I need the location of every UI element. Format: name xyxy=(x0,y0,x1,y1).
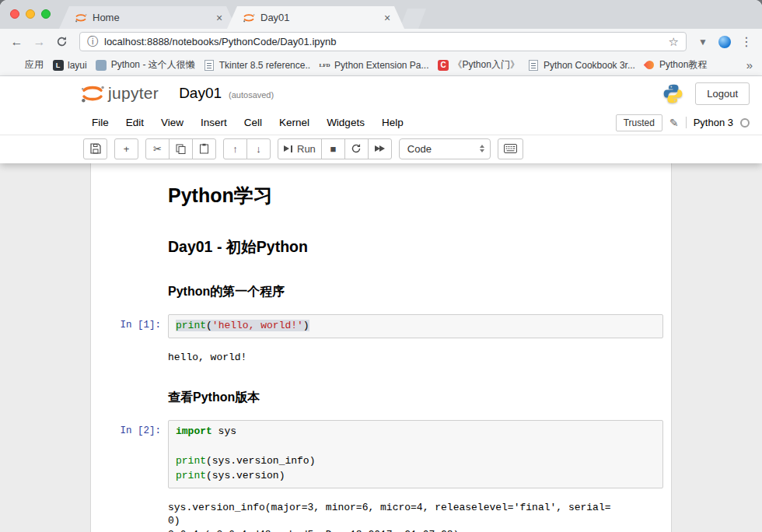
close-tab-icon[interactable]: × xyxy=(213,12,225,24)
paste-cell-button[interactable] xyxy=(192,138,216,159)
bookmark-apps[interactable]: 应用 xyxy=(9,58,44,72)
forward-button[interactable]: → xyxy=(29,31,50,52)
copy-cell-button[interactable] xyxy=(169,138,193,159)
new-tab-button[interactable] xyxy=(400,9,426,29)
code-cell-1[interactable]: In [1]: print('hello, world!') xyxy=(91,310,671,342)
minimize-window-button[interactable] xyxy=(26,9,35,19)
bookmark-label: Python Cookbook 3r... xyxy=(544,60,635,71)
trusted-badge[interactable]: Trusted xyxy=(616,114,662,131)
output-line: 0) xyxy=(168,514,663,528)
code-token-builtin: print xyxy=(176,320,206,331)
c-site-icon: C xyxy=(438,60,449,71)
code-token-keyword: import xyxy=(176,425,212,437)
back-button[interactable]: ← xyxy=(6,31,27,52)
move-cell-down-button[interactable]: ↓ xyxy=(246,138,271,159)
cell-type-dropdown[interactable]: Code xyxy=(399,138,491,159)
page-info-icon[interactable]: ⓘ xyxy=(87,35,98,49)
notebook-title[interactable]: Day01 xyxy=(179,85,222,102)
menu-bar: File Edit View Insert Cell Kernel Widget… xyxy=(0,110,762,135)
bookmark-python-blog[interactable]: Python - 这个人很懒 xyxy=(96,58,195,72)
heading-check-version: 查看Python版本 xyxy=(168,390,663,406)
run-cell-button[interactable]: Run xyxy=(278,138,322,159)
move-cell-up-button[interactable]: ↑ xyxy=(223,138,247,159)
browser-menu-icon[interactable]: ⋮ xyxy=(737,34,756,49)
menu-cell[interactable]: Cell xyxy=(236,117,271,128)
menu-file[interactable]: File xyxy=(83,117,117,128)
extension-globe-icon[interactable] xyxy=(718,36,731,48)
code-token-string: 'hello, world!' xyxy=(212,320,303,331)
code-token: (sys.version_info) xyxy=(206,455,315,467)
extension-triangle-icon[interactable]: ▼ xyxy=(694,37,712,47)
save-button[interactable] xyxy=(83,138,107,159)
restart-icon xyxy=(351,143,362,154)
bookmark-layui[interactable]: L layui xyxy=(52,59,87,71)
save-icon xyxy=(90,143,101,154)
cell-prompt xyxy=(95,226,168,265)
output-line: 3.6.4 (v3.6.4:d48ecebad5, Dec 18 2017, 2… xyxy=(168,528,663,532)
code-token: ) xyxy=(303,320,309,331)
heading-python-study: Python学习 xyxy=(168,183,663,208)
menu-widgets[interactable]: Widgets xyxy=(318,117,373,128)
code-empty-line xyxy=(176,439,655,454)
notebook-toolbar: + ✂ ↑ ↓ Run ■ xyxy=(0,135,762,163)
tab-home[interactable]: Home × xyxy=(59,6,236,29)
markdown-cell-title[interactable]: Python学习 xyxy=(91,171,671,222)
bookmark-python-tutorial[interactable]: Python教程 xyxy=(644,58,707,72)
bookmark-tkinter-reference[interactable]: Tkinter 8.5 reference.. xyxy=(204,59,310,71)
restart-run-all-button[interactable] xyxy=(368,138,392,159)
reload-button[interactable] xyxy=(51,31,72,52)
code-token: ( xyxy=(206,320,212,331)
markdown-cell-first-program[interactable]: Python的第一个程序 xyxy=(91,269,671,310)
play-icon xyxy=(284,145,289,152)
browser-toolbar: ← → ⓘ localhost:8888/notebooks/PythonCod… xyxy=(0,29,762,54)
cell-type-value: Code xyxy=(407,143,432,155)
select-arrows-icon xyxy=(480,145,484,152)
heading-day01: Day01 - 初始Python xyxy=(168,236,663,257)
jupyter-logo-icon xyxy=(80,83,105,104)
interrupt-kernel-button[interactable]: ■ xyxy=(321,138,345,159)
cell-prompt xyxy=(95,273,168,306)
divider xyxy=(686,117,687,128)
bookmark-python-cookbook[interactable]: Python Cookbook 3r... xyxy=(528,59,635,71)
address-bar[interactable]: ⓘ localhost:8888/notebooks/PythonCode/Da… xyxy=(79,32,687,51)
tab-title: Day01 xyxy=(260,12,376,23)
bookmarks-overflow-icon[interactable]: » xyxy=(746,58,753,72)
jupyter-header: jupyter Day01 (autosaved) Logout File Ed… xyxy=(0,76,762,163)
zoom-window-button[interactable] xyxy=(41,9,51,19)
menu-kernel[interactable]: Kernel xyxy=(271,117,318,128)
code-cell-2[interactable]: In [2]: import sys print(sys.version_inf… xyxy=(91,416,671,492)
restart-kernel-button[interactable] xyxy=(344,138,369,159)
bookmark-python-intro[interactable]: C 《Python入门》 xyxy=(438,58,519,72)
insert-cell-button[interactable]: + xyxy=(114,138,138,159)
output-cell-2: sys.version_info(major=3, minor=6, micro… xyxy=(91,492,671,532)
menu-view[interactable]: View xyxy=(152,117,192,128)
logout-button[interactable]: Logout xyxy=(695,82,750,105)
menu-help[interactable]: Help xyxy=(373,117,412,128)
command-palette-button[interactable] xyxy=(498,138,523,159)
autosave-status: (autosaved) xyxy=(229,88,274,100)
close-window-button[interactable] xyxy=(10,9,19,19)
reload-icon xyxy=(56,36,68,47)
code-editor[interactable]: import sys print(sys.version_info) print… xyxy=(168,420,663,488)
menu-edit[interactable]: Edit xyxy=(117,117,152,128)
cut-cell-button[interactable]: ✂ xyxy=(145,138,170,159)
close-tab-icon[interactable]: × xyxy=(381,12,393,24)
bookmarks-bar: 应用 L layui Python - 这个人很懒 Tkinter 8.5 re… xyxy=(0,54,762,76)
bookmark-label: Python Extension Pa... xyxy=(334,60,428,71)
bookmark-python-extension[interactable]: LFD Python Extension Pa... xyxy=(319,59,428,71)
menu-insert[interactable]: Insert xyxy=(192,117,236,128)
code-editor[interactable]: print('hello, world!') xyxy=(168,314,663,338)
jupyter-logo[interactable]: jupyter xyxy=(80,83,159,104)
notebook-scroll-area[interactable]: Python学习 Day01 - 初始Python Python的第一个程序 I… xyxy=(0,163,762,532)
markdown-cell-version[interactable]: 查看Python版本 xyxy=(91,375,671,416)
bookmark-label: Python - 这个人很懒 xyxy=(111,58,195,72)
bookmark-label: Tkinter 8.5 reference.. xyxy=(219,60,310,71)
output-text: sys.version_info(major=3, minor=6, micro… xyxy=(168,496,663,532)
url-text[interactable]: localhost:8888/notebooks/PythonCode/Day0… xyxy=(104,36,662,47)
bookmark-star-icon[interactable]: ☆ xyxy=(669,35,679,49)
output-line: sys.version_info(major=3, minor=6, micro… xyxy=(168,501,663,515)
markdown-cell-day01[interactable]: Day01 - 初始Python xyxy=(91,222,671,269)
site-favicon-icon xyxy=(96,60,107,71)
tab-day01[interactable]: Day01 × xyxy=(227,6,404,29)
output-prompt xyxy=(95,346,168,371)
